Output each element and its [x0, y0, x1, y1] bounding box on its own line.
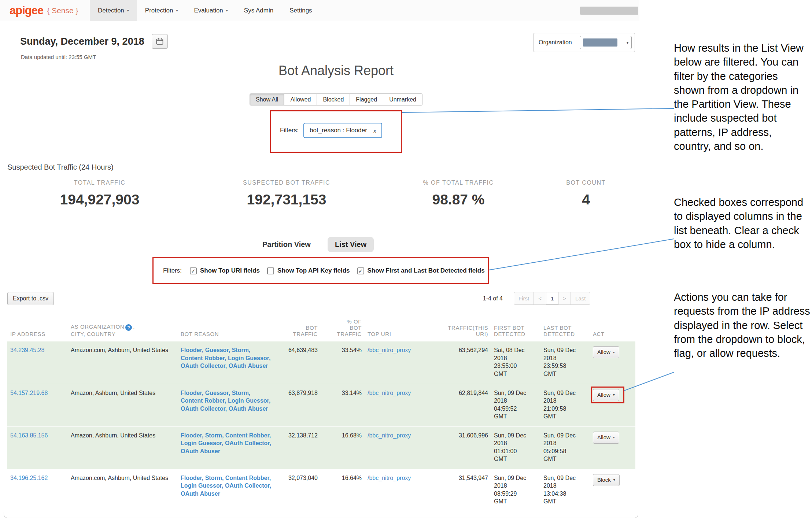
action-dropdown[interactable]: Allow ▾	[593, 432, 619, 444]
bot-reason-link[interactable]: Storm,	[232, 390, 251, 396]
stat-label: SUSPECTED BOT TRAFFIC	[243, 180, 330, 186]
chevron-down-icon: ▾	[176, 8, 178, 12]
top-uri-link[interactable]: /bbc_nitro_proxy	[368, 475, 411, 481]
bot-reason-link[interactable]: Login Guessor,	[181, 440, 223, 446]
panel-bottom-border	[4, 512, 638, 518]
bot-reason-link[interactable]: OAuth Abuser	[229, 363, 268, 369]
pager-first-button[interactable]: First	[514, 292, 534, 305]
nav-item-evaluation[interactable]: Evaluation ▾	[186, 0, 236, 21]
bot-reason-cell: Flooder, Storm, Content Robber, Login Gu…	[178, 426, 277, 469]
bot-reason-link[interactable]: OAuth Abuser	[181, 448, 220, 454]
bot-traffic-cell: 63,879,918	[277, 384, 321, 426]
close-icon[interactable]: x	[373, 127, 376, 134]
ip-address-link[interactable]: 54.157.219.68	[10, 390, 48, 396]
nav-item-protection[interactable]: Protection ▾	[137, 0, 186, 21]
bot-reason-link[interactable]: OAuth Collector,	[181, 406, 227, 412]
ip-address-link[interactable]: 54.163.85.156	[10, 432, 48, 439]
checkbox-icon[interactable]: ✓	[190, 267, 197, 274]
help-icon[interactable]: ?	[125, 324, 132, 331]
column-header-text: TRAFFIC(THIS URI)	[448, 325, 488, 337]
pager-prev-button[interactable]: <	[534, 292, 546, 305]
as-organization-cell: Amazon, Ashburn, United States	[68, 426, 178, 469]
filters-label: Filters:	[280, 127, 299, 134]
bot-reason-link[interactable]: OAuth Collector,	[225, 483, 271, 489]
bot-reason-link[interactable]: Flooder,	[181, 432, 203, 439]
pct-bot-traffic-cell: 16.68%	[321, 426, 365, 469]
tab-show-all[interactable]: Show All	[250, 93, 284, 106]
tab-partition-view[interactable]: Partition View	[262, 240, 311, 249]
bot-reason-link[interactable]: Flooder,	[181, 390, 203, 396]
action-label: Allow	[597, 348, 610, 356]
bot-reason-link[interactable]: Storm,	[205, 475, 224, 481]
bot-reason-link[interactable]: Flooder,	[181, 347, 203, 353]
action-dropdown[interactable]: Allow ▾	[593, 389, 619, 401]
bot-reason-link[interactable]: Content Robber,	[181, 355, 226, 361]
ip-address-link[interactable]: 34.196.25.162	[10, 475, 48, 481]
stat-total-traffic: TOTAL TRAFFIC 194,927,903	[60, 180, 140, 208]
tab-allowed[interactable]: Allowed	[284, 93, 317, 106]
bot-reason-link[interactable]: Flooder,	[181, 475, 203, 481]
section-heading: Suspected Bot Traffic (24 Hours)	[7, 163, 114, 171]
filter-checkbox-first-last-detected[interactable]: ✓ Show First and Last Bot Detected field…	[357, 267, 485, 274]
top-uri-link[interactable]: /bbc_nitro_proxy	[368, 347, 411, 353]
bot-traffic-cell: 64,639,483	[277, 341, 321, 384]
action-dropdown[interactable]: Block ▾	[593, 474, 620, 486]
table-row: 54.157.219.68 Amazon, Ashburn, United St…	[7, 384, 635, 426]
top-uri-link[interactable]: /bbc_nitro_proxy	[368, 432, 411, 439]
top-uri-link[interactable]: /bbc_nitro_proxy	[368, 390, 411, 396]
annotation-note-1: How results in the List View below are f…	[674, 41, 811, 153]
tab-list-view[interactable]: List View	[328, 237, 374, 252]
export-csv-button[interactable]: Export to .csv	[7, 292, 54, 305]
bot-reason-link[interactable]: OAuth Abuser	[181, 491, 220, 497]
bot-reason-link[interactable]: OAuth Abuser	[229, 406, 268, 412]
organization-select[interactable]: ▾	[580, 36, 632, 49]
column-header-text: BOT REASON	[181, 331, 219, 337]
page: apigee { Sense } Detection ▾ Protection …	[0, 0, 812, 525]
first-bot-detected-cell: Sat, 08 Dec 2018 23:55:00 GMT	[491, 341, 540, 384]
col-first-bot-detected: FIRST BOT DETECTED	[491, 310, 540, 341]
filter-checkbox-top-uri[interactable]: ✓ Show Top URI fields	[190, 267, 260, 274]
pager-last-button[interactable]: Last	[571, 292, 590, 305]
checkbox-icon[interactable]: ✓	[357, 267, 364, 274]
tab-unmarked[interactable]: Unmarked	[383, 93, 422, 106]
bot-reason-link[interactable]: Content Robber,	[225, 475, 271, 481]
bot-reason-link[interactable]: Storm,	[205, 432, 224, 439]
tab-flagged[interactable]: Flagged	[350, 93, 383, 106]
bot-reason-link[interactable]: OAuth Collector,	[181, 363, 227, 369]
nav-item-label: Evaluation	[194, 7, 223, 14]
bot-reason-link[interactable]: Guessor,	[205, 390, 230, 396]
ip-cell: 54.163.85.156	[7, 426, 68, 469]
filter-checkbox-top-api-key[interactable]: Show Top API Key fields	[267, 267, 350, 274]
column-header-text: CITY, COUNTRY	[71, 331, 115, 337]
bot-reason-link[interactable]: Storm,	[232, 347, 251, 353]
nav-item-sys-admin[interactable]: Sys Admin	[236, 0, 281, 21]
organization-label: Organization	[539, 39, 572, 46]
action-label: Allow	[597, 434, 610, 441]
bot-reason-link[interactable]: Guessor,	[205, 347, 230, 353]
stat-label: % OF TOTAL TRAFFIC	[423, 180, 494, 186]
tab-blocked[interactable]: Blocked	[317, 93, 350, 106]
bot-reason-link[interactable]: Content Robber,	[225, 432, 271, 439]
nav-item-settings[interactable]: Settings	[281, 0, 320, 21]
action-label: Allow	[597, 391, 610, 399]
calendar-button[interactable]	[152, 34, 168, 49]
annotation-note-3: Actions you can take for requests from t…	[674, 290, 811, 360]
bot-reason-link[interactable]: Login Guessor,	[181, 483, 223, 489]
col-as-organization: AS ORGANIZATION?,CITY, COUNTRY	[68, 310, 178, 341]
filter-chip[interactable]: bot_reason : Flooder x	[303, 123, 382, 138]
stat-value: 4	[566, 192, 605, 208]
traffic-this-uri-cell: 63,562,294	[436, 341, 491, 384]
bot-reason-link[interactable]: Content Robber,	[181, 398, 226, 404]
table-header-row: IP ADDRESS AS ORGANIZATION?,CITY, COUNTR…	[7, 310, 635, 341]
ip-address-link[interactable]: 34.239.45.28	[10, 347, 44, 353]
pct-bot-traffic-cell: 33.54%	[321, 341, 365, 384]
bot-reason-link[interactable]: Login Guessor,	[228, 398, 270, 404]
bot-reason-link[interactable]: OAuth Collector,	[225, 440, 271, 446]
pager-page-1-button[interactable]: 1	[546, 292, 558, 305]
pager-next-button[interactable]: >	[558, 292, 571, 305]
nav-item-detection[interactable]: Detection ▾	[90, 0, 137, 21]
checkbox-icon[interactable]	[267, 267, 274, 274]
bot-reason-link[interactable]: Login Guessor,	[228, 355, 270, 361]
action-dropdown[interactable]: Allow ▾	[593, 346, 619, 358]
checkbox-label: Show Top URI fields	[200, 267, 260, 274]
